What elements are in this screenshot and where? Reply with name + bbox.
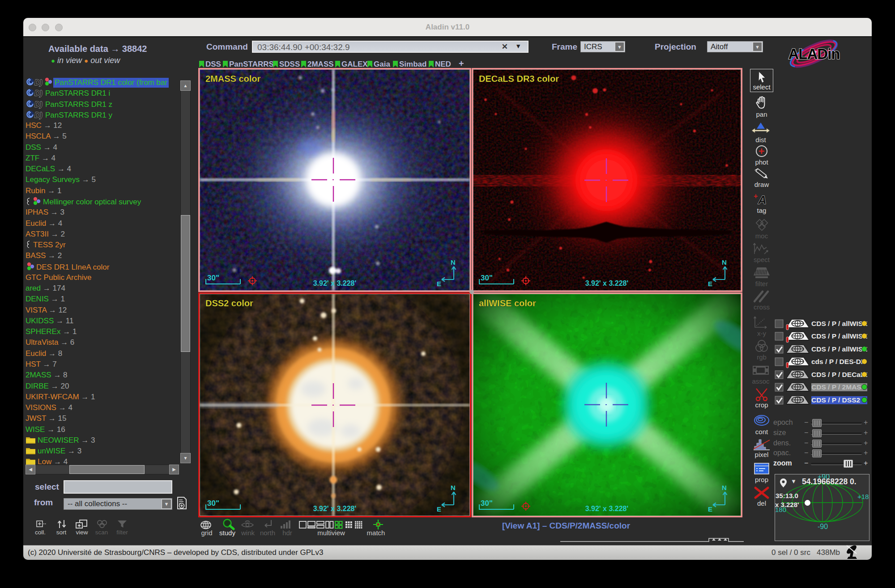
svg-text:30": 30" <box>481 274 493 282</box>
svg-text:3.92' x 3.228': 3.92' x 3.228' <box>585 279 629 287</box>
svg-text:N: N <box>722 258 727 266</box>
svg-text:E: E <box>437 280 441 288</box>
svg-text:3.92' x 3.228': 3.92' x 3.228' <box>585 505 629 512</box>
svg-text:N: N <box>451 258 456 266</box>
svg-text:DECaLS DR3 color: DECaLS DR3 color <box>479 74 559 84</box>
svg-text:E: E <box>708 280 712 288</box>
svg-text:+: + <box>754 192 758 200</box>
svg-text:30": 30" <box>207 274 219 282</box>
svg-text:30": 30" <box>481 499 493 508</box>
svg-text:E: E <box>437 505 441 513</box>
svg-text:D): D) <box>34 89 43 97</box>
svg-text:E: E <box>708 505 712 513</box>
svg-text:2MASS color: 2MASS color <box>205 74 261 84</box>
svg-text:allWISE color: allWISE color <box>479 298 536 308</box>
svg-text:D): D) <box>34 78 43 87</box>
svg-text:DSS2 color: DSS2 color <box>205 298 253 308</box>
svg-text:N: N <box>722 484 727 491</box>
svg-text:3.92' x 3.228': 3.92' x 3.228' <box>313 505 357 512</box>
svg-text:3.92' x 3.228': 3.92' x 3.228' <box>313 279 357 287</box>
svg-text:30": 30" <box>207 499 219 508</box>
svg-text:D): D) <box>34 111 43 119</box>
svg-text:D): D) <box>34 100 43 109</box>
svg-text:A: A <box>758 193 767 207</box>
svg-text:N: N <box>451 484 456 491</box>
svg-text:ALADin: ALADin <box>788 46 840 62</box>
